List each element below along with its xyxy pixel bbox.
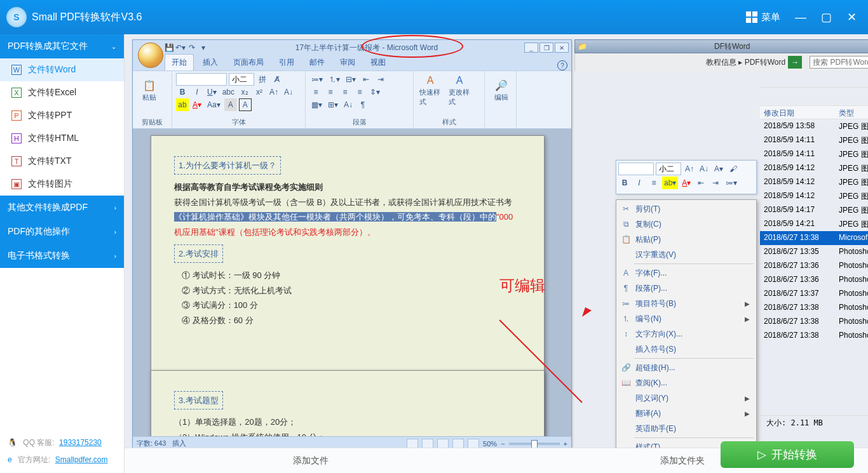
zoom-level[interactable]: 50% bbox=[483, 440, 497, 448]
zoom-out-button[interactable]: − bbox=[501, 440, 505, 448]
cm-numbering[interactable]: ⒈编号(N)▶ bbox=[618, 311, 755, 326]
sidebar-section-pdf-other-ops[interactable]: PDF的其他操作 › bbox=[0, 220, 124, 244]
underline-button[interactable]: U▾ bbox=[205, 86, 219, 98]
mini-outdent[interactable]: ⇤ bbox=[695, 177, 707, 189]
mini-shrink-font[interactable]: A↓ bbox=[698, 163, 710, 175]
doc-heading-1[interactable]: 1.为什么要考计算机一级？ bbox=[174, 156, 281, 175]
tab-layout[interactable]: 页面布局 bbox=[227, 55, 270, 70]
sidebar-item-to-image[interactable]: ▣ 文件转图片 bbox=[0, 173, 124, 196]
sidebar-item-to-excel[interactable]: X 文件转Excel bbox=[0, 81, 124, 104]
tab-references[interactable]: 引用 bbox=[273, 55, 301, 70]
cm-synonyms[interactable]: 同义词(Y)▶ bbox=[618, 390, 755, 406]
cm-paragraph[interactable]: ¶段落(P)... bbox=[618, 281, 755, 296]
file-row[interactable]: 2018/6/27 13:38Photoshop.Pngf...105 KB bbox=[760, 315, 868, 329]
mini-style[interactable]: A▾ bbox=[712, 163, 725, 175]
cm-cut[interactable]: ✂剪切(T) bbox=[618, 201, 755, 217]
file-row[interactable]: 2018/6/27 13:38Photoshop.Pngf...104 KB bbox=[760, 301, 868, 315]
align-right-button[interactable]: ≡ bbox=[339, 86, 351, 98]
align-left-button[interactable]: ≡ bbox=[309, 86, 322, 98]
sidebar-item-to-txt[interactable]: T 文件转TXT bbox=[0, 150, 124, 173]
tab-home[interactable]: 开始 bbox=[165, 54, 194, 70]
word-restore-button[interactable]: ❐ bbox=[539, 43, 553, 53]
site-link[interactable]: Smallpdfer.com bbox=[55, 455, 108, 464]
outdent-button[interactable]: ⇤ bbox=[360, 73, 372, 86]
phonetic-icon[interactable]: 拼 bbox=[256, 73, 269, 86]
tab-mailings[interactable]: 邮件 bbox=[303, 55, 331, 70]
strike-button[interactable]: abc bbox=[220, 86, 236, 98]
col-date[interactable]: 修改日期 bbox=[760, 106, 835, 119]
filebrowser-search-input[interactable] bbox=[810, 56, 868, 69]
sidebar-item-to-word[interactable]: W 文件转Word bbox=[0, 58, 124, 81]
save-icon[interactable]: 💾 bbox=[163, 42, 175, 53]
qat-more-icon[interactable]: ▾ bbox=[198, 42, 209, 53]
redo-icon[interactable]: ↷ bbox=[186, 42, 198, 53]
shrink-font-button[interactable]: A↓ bbox=[282, 86, 295, 98]
clear-format-icon[interactable]: A̸ bbox=[271, 73, 283, 86]
justify-button[interactable]: ≡ bbox=[353, 86, 366, 98]
mini-bullets[interactable]: ≔▾ bbox=[724, 177, 739, 189]
tab-review[interactable]: 审阅 bbox=[334, 55, 362, 70]
maximize-button[interactable]: ▢ bbox=[815, 6, 837, 29]
close-button[interactable]: ✕ bbox=[840, 6, 863, 29]
indent-button[interactable]: ⇥ bbox=[374, 73, 387, 86]
tab-insert[interactable]: 插入 bbox=[196, 55, 224, 70]
cm-reconvert[interactable]: 汉字重选(V) bbox=[618, 247, 755, 262]
mini-bold[interactable]: B bbox=[618, 177, 631, 189]
word-close-button[interactable]: ✕ bbox=[555, 43, 569, 53]
numbering-button[interactable]: ⒈▾ bbox=[327, 73, 342, 86]
italic-button[interactable]: I bbox=[191, 86, 203, 98]
document-page-2[interactable]: 3.考试题型 （1）单项选择题，20题，20分； （2）Windows 操作系统… bbox=[151, 370, 545, 436]
zoom-in-button[interactable]: + bbox=[564, 440, 567, 448]
word-titlebar[interactable]: 💾 ↶▾ ↷ ▾ 17年上半年计算一级报考 - Microsoft Word _… bbox=[133, 40, 571, 55]
cm-font[interactable]: A字体(F)... bbox=[618, 265, 755, 281]
char-shading-button[interactable]: A bbox=[224, 98, 237, 111]
doc-heading-3[interactable]: 3.考试题型 bbox=[174, 391, 223, 410]
word-minimize-button[interactable]: _ bbox=[524, 43, 538, 53]
file-row[interactable]: 2018/6/27 13:38Photoshop.Pngf...139 KB bbox=[760, 329, 868, 343]
superscript-button[interactable]: x² bbox=[253, 86, 266, 98]
go-button[interactable]: → bbox=[788, 56, 802, 69]
sidebar-section-ebook[interactable]: 电子书格式转换 › bbox=[0, 244, 124, 268]
bold-button[interactable]: B bbox=[176, 86, 189, 98]
sidebar-item-to-html[interactable]: H 文件转HTML bbox=[0, 127, 124, 150]
cm-bullets[interactable]: ≔项目符号(B)▶ bbox=[618, 296, 755, 311]
file-row[interactable]: 2018/6/27 13:37Photoshop.Pngf...117 KB bbox=[760, 287, 868, 301]
office-button[interactable] bbox=[138, 43, 163, 68]
minimize-button[interactable]: — bbox=[789, 6, 812, 29]
menu-button[interactable]: 菜单 bbox=[740, 9, 787, 26]
zoom-slider[interactable] bbox=[509, 443, 560, 445]
file-row[interactable]: 2018/5/9 13:58JPEG 图像96 KB bbox=[760, 119, 868, 133]
cm-lookup[interactable]: 📖查阅(K)... bbox=[618, 375, 755, 390]
sort-button[interactable]: A↓ bbox=[342, 98, 355, 111]
cm-translate[interactable]: 翻译(A)▶ bbox=[618, 406, 755, 421]
doc-heading-2[interactable]: 2.考试安排 bbox=[174, 244, 223, 263]
sidebar-section-pdf-to-other[interactable]: PDF转换成其它文件 ⌄ bbox=[0, 34, 124, 58]
mini-italic[interactable]: I bbox=[633, 177, 646, 189]
subscript-button[interactable]: x₂ bbox=[238, 86, 251, 98]
shading-button[interactable]: ▦▾ bbox=[309, 98, 324, 111]
cm-hyperlink[interactable]: 🔗超链接(H)... bbox=[618, 360, 755, 375]
start-convert-button[interactable]: ▷ 开始转换 bbox=[721, 441, 854, 468]
cm-insert-symbol[interactable]: 插入符号(S) bbox=[618, 342, 755, 357]
bullets-button[interactable]: ≔▾ bbox=[309, 73, 325, 86]
find-button[interactable]: 🔎编辑 bbox=[489, 73, 514, 109]
mini-font-color[interactable]: A▾ bbox=[680, 177, 693, 189]
change-styles-button[interactable]: A更改样式 bbox=[447, 73, 472, 109]
undo-icon[interactable]: ↶▾ bbox=[175, 42, 186, 53]
file-row[interactable]: 2018/6/27 13:36Photoshop.Pngf...152 KB bbox=[760, 259, 868, 273]
grow-font-button[interactable]: A↑ bbox=[268, 86, 280, 98]
sidebar-item-to-ppt[interactable]: P 文件转PPT bbox=[0, 104, 124, 127]
file-row[interactable]: 2018/5/9 14:11JPEG 图像144 KB bbox=[760, 133, 868, 147]
qq-link[interactable]: 1933175230 bbox=[59, 438, 102, 447]
mini-font-size[interactable] bbox=[656, 163, 681, 175]
tab-view[interactable]: 视图 bbox=[364, 55, 392, 70]
mini-highlight[interactable]: ab▾ bbox=[662, 177, 678, 189]
cm-eng-assistant[interactable]: 英语助手(E) bbox=[618, 421, 755, 436]
file-row[interactable]: 2018/6/27 13:38Microsoft Offi...2,163 KB bbox=[760, 231, 868, 245]
breadcrumb[interactable]: 教程信息 ▸ PDF转Word bbox=[706, 57, 785, 68]
font-size-select[interactable] bbox=[229, 73, 254, 86]
col-type[interactable]: 类型 bbox=[835, 106, 868, 119]
mini-center[interactable]: ≡ bbox=[648, 177, 660, 189]
file-row[interactable]: 2018/6/27 13:36Photoshop.Pngf...132 KB bbox=[760, 273, 868, 287]
file-row[interactable]: 2018/5/9 14:12JPEG 图像84 KB bbox=[760, 175, 868, 189]
